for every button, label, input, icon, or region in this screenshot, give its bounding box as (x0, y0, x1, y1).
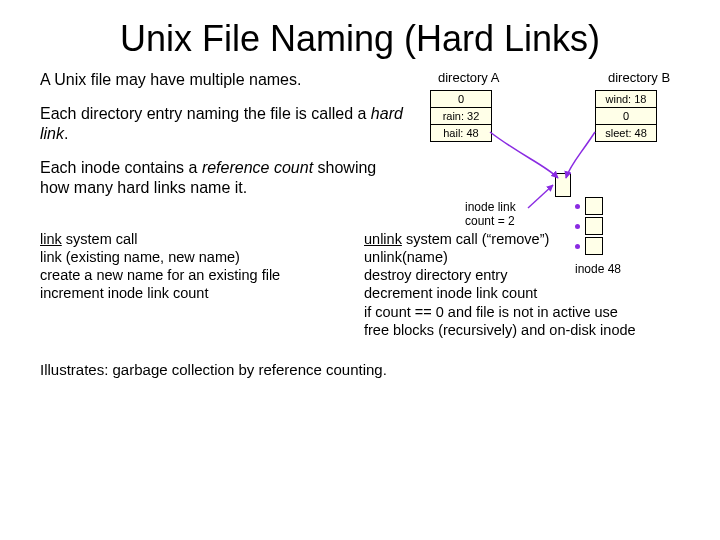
diagram: directory A directory B 0 rain: 32 hail:… (410, 70, 700, 212)
refcount-term: reference count (202, 159, 313, 176)
slide-title: Unix File Naming (Hard Links) (0, 18, 720, 60)
para-3a: Each inode contains a (40, 159, 202, 176)
link-line-2: increment inode link count (40, 284, 340, 302)
para-2c: . (64, 125, 68, 142)
data-block-3 (585, 237, 603, 255)
unlink-title-underline: unlink (364, 231, 402, 247)
inode-48-label: inode 48 (575, 262, 621, 276)
linkcount-line-2: count = 2 (465, 214, 515, 228)
footer-line: Illustrates: garbage collection by refer… (0, 339, 720, 378)
ptr-dot-1 (575, 204, 580, 209)
link-title-rest: system call (66, 231, 138, 247)
dir-b-cell-0: wind: 18 (596, 91, 656, 108)
unlink-line-1: destroy directory entry (364, 266, 694, 284)
svg-line-0 (528, 185, 553, 208)
para-2a: Each directory entry naming the file is … (40, 105, 371, 122)
unlink-call-col: unlink system call (“remove”) unlink(nam… (364, 230, 694, 339)
dir-b-cell-1: 0 (596, 108, 656, 125)
unlink-line-2: decrement inode link count (364, 284, 694, 302)
body-text: A Unix file may have multiple names. Eac… (40, 70, 410, 212)
link-signature: link (existing name, new name) (40, 248, 340, 266)
ptr-dot-2 (575, 224, 580, 229)
linkcount-line-1: inode link (465, 200, 516, 214)
para-2: Each directory entry naming the file is … (40, 104, 410, 144)
upper-section: A Unix file may have multiple names. Eac… (0, 70, 720, 212)
para-3: Each inode contains a reference count sh… (40, 158, 410, 198)
dir-a-cell-0: 0 (431, 91, 491, 108)
dir-a-box: 0 rain: 32 hail: 48 (430, 90, 492, 142)
dir-a-cell-2: hail: 48 (431, 125, 491, 141)
para-1: A Unix file may have multiple names. (40, 70, 410, 90)
dir-b-cell-2: sleet: 48 (596, 125, 656, 141)
unlink-line-4: free blocks (recursively) and on-disk in… (364, 321, 694, 339)
dir-b-box: wind: 18 0 sleet: 48 (595, 90, 657, 142)
link-call-col: link system call link (existing name, ne… (40, 230, 340, 339)
inode-header-box (555, 173, 571, 197)
data-block-1 (585, 197, 603, 215)
dir-a-cell-1: rain: 32 (431, 108, 491, 125)
unlink-title-rest: system call (“remove”) (406, 231, 549, 247)
link-line-1: create a new name for an existing file (40, 266, 340, 284)
dir-b-label: directory B (608, 70, 670, 85)
dir-a-label: directory A (438, 70, 499, 85)
unlink-signature: unlink(name) (364, 248, 694, 266)
ptr-dot-3 (575, 244, 580, 249)
data-block-2 (585, 217, 603, 235)
link-title-underline: link (40, 231, 62, 247)
unlink-line-3: if count == 0 and file is not in active … (364, 303, 694, 321)
